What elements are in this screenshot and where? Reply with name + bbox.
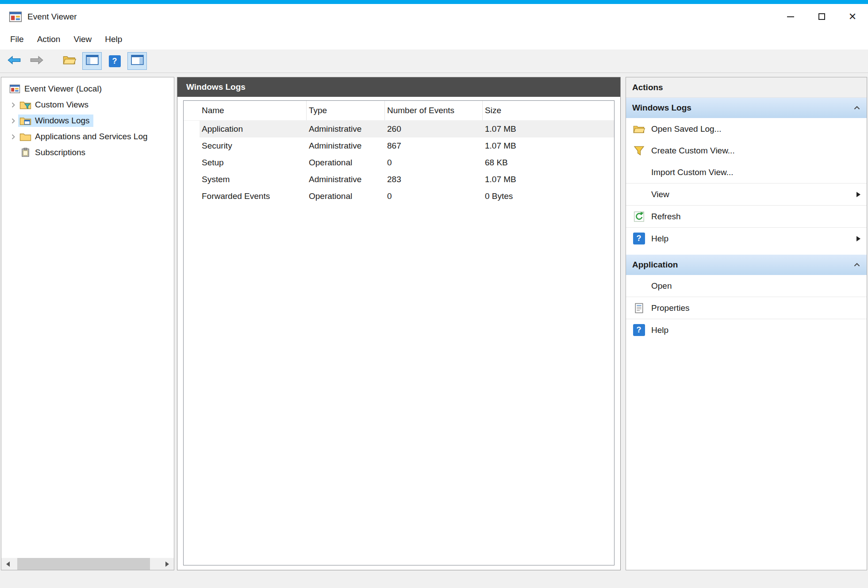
expand-chevron-icon[interactable] bbox=[11, 102, 18, 108]
scroll-left-button[interactable] bbox=[1, 558, 15, 570]
action-label: View bbox=[651, 190, 669, 199]
cell-name: Forwarded Events bbox=[200, 191, 307, 201]
minimize-button[interactable] bbox=[775, 4, 806, 29]
log-row-setup[interactable]: Setup Operational 0 68 KB bbox=[200, 154, 614, 171]
back-button[interactable] bbox=[4, 52, 24, 70]
actions-section-header-windows-logs[interactable]: Windows Logs bbox=[626, 98, 867, 118]
column-header-size[interactable]: Size bbox=[483, 101, 614, 120]
action-help-submenu[interactable]: Help bbox=[626, 228, 867, 249]
section-header-label: Windows Logs bbox=[632, 103, 691, 113]
log-row-application[interactable]: Application Administrative 260 1.07 MB bbox=[200, 121, 614, 137]
menu-bar: File Action View Help bbox=[0, 29, 868, 50]
show-hide-action-pane-button[interactable] bbox=[127, 52, 147, 70]
action-open-saved-log[interactable]: Open Saved Log... bbox=[626, 118, 867, 140]
folder-icon bbox=[19, 132, 31, 141]
action-label: Help bbox=[651, 325, 668, 335]
collapse-caret-icon bbox=[853, 263, 860, 267]
cell-events: 0 bbox=[385, 191, 483, 201]
action-help[interactable]: Help bbox=[626, 319, 867, 341]
log-row-forwarded-events[interactable]: Forwarded Events Operational 0 0 Bytes bbox=[200, 188, 614, 205]
maximize-button[interactable] bbox=[806, 4, 837, 29]
action-import-custom-view[interactable]: Import Custom View... bbox=[626, 161, 867, 183]
forward-button[interactable] bbox=[27, 52, 46, 70]
action-label: Import Custom View... bbox=[651, 168, 734, 177]
properties-icon bbox=[631, 302, 646, 314]
cell-size: 1.07 MB bbox=[483, 175, 614, 184]
subscriptions-icon bbox=[19, 148, 31, 157]
action-refresh[interactable]: Refresh bbox=[626, 206, 867, 227]
log-row-security[interactable]: Security Administrative 867 1.07 MB bbox=[200, 137, 614, 154]
back-arrow-icon bbox=[8, 56, 21, 67]
open-saved-log-button[interactable] bbox=[60, 52, 79, 70]
open-folder-icon bbox=[63, 55, 76, 67]
cell-events: 260 bbox=[385, 124, 483, 134]
menu-help[interactable]: Help bbox=[98, 29, 129, 50]
section-header-label: Application bbox=[632, 260, 678, 270]
actions-title: Actions bbox=[626, 77, 867, 98]
cell-name: Application bbox=[200, 124, 307, 134]
open-folder-icon bbox=[631, 123, 646, 135]
close-button[interactable]: ✕ bbox=[837, 4, 868, 29]
title-bar: Event Viewer ✕ bbox=[0, 4, 868, 29]
expand-chevron-icon[interactable] bbox=[11, 118, 18, 124]
log-row-system[interactable]: System Administrative 283 1.07 MB bbox=[200, 171, 614, 188]
cell-size: 68 KB bbox=[483, 158, 614, 168]
refresh-icon bbox=[631, 210, 646, 223]
tree-item-custom-views[interactable]: Custom Views bbox=[1, 97, 174, 113]
action-properties[interactable]: Properties bbox=[626, 297, 867, 319]
windows-logs-folder-icon bbox=[19, 116, 31, 126]
custom-views-folder-icon bbox=[19, 100, 31, 110]
help-icon bbox=[633, 324, 645, 336]
scrollbar-thumb[interactable] bbox=[17, 558, 150, 570]
console-tree-panel: Event Viewer (Local) Custom Views bbox=[1, 77, 174, 570]
menu-file[interactable]: File bbox=[4, 29, 31, 50]
column-header-name[interactable]: Name bbox=[200, 101, 307, 120]
action-view-submenu[interactable]: View bbox=[626, 183, 867, 205]
event-viewer-window: Event Viewer ✕ File Action View Help bbox=[0, 0, 868, 588]
help-icon bbox=[109, 55, 121, 67]
menu-action[interactable]: Action bbox=[31, 29, 67, 50]
expand-chevron-icon[interactable] bbox=[11, 134, 18, 140]
event-viewer-root-icon bbox=[9, 84, 21, 94]
window-title: Event Viewer bbox=[27, 12, 77, 22]
action-create-custom-view[interactable]: Create Custom View... bbox=[626, 140, 867, 161]
cell-size: 1.07 MB bbox=[483, 124, 614, 134]
cell-type: Operational bbox=[307, 158, 385, 168]
cell-name: System bbox=[200, 175, 307, 184]
action-pane-icon bbox=[131, 55, 144, 67]
help-icon bbox=[633, 233, 645, 244]
forward-arrow-icon bbox=[30, 56, 43, 67]
tree-selection-highlight: Windows Logs bbox=[18, 115, 93, 127]
menu-view[interactable]: View bbox=[67, 29, 98, 50]
toolbar bbox=[0, 50, 868, 73]
cell-size: 0 Bytes bbox=[483, 191, 614, 201]
cell-name: Security bbox=[200, 141, 307, 151]
results-header: Windows Logs bbox=[177, 77, 620, 97]
action-label: Open Saved Log... bbox=[651, 124, 721, 134]
tree-item-label: Custom Views bbox=[35, 100, 88, 110]
tree-item-applications-services-logs[interactable]: Applications and Services Log bbox=[1, 129, 174, 145]
cell-type: Administrative bbox=[307, 175, 385, 184]
horizontal-scrollbar[interactable] bbox=[1, 558, 174, 570]
tree-item-label: Event Viewer (Local) bbox=[24, 84, 102, 94]
tree-item-label: Windows Logs bbox=[35, 116, 90, 126]
help-button[interactable] bbox=[105, 52, 124, 70]
action-label: Create Custom View... bbox=[651, 146, 735, 156]
filter-icon bbox=[631, 145, 646, 157]
console-tree-icon bbox=[86, 55, 99, 67]
cell-size: 1.07 MB bbox=[483, 141, 614, 151]
actions-section-header-application[interactable]: Application bbox=[626, 255, 867, 275]
tree-item-subscriptions[interactable]: Subscriptions bbox=[1, 145, 174, 160]
scroll-left-icon bbox=[6, 561, 10, 567]
tree-item-event-viewer-local[interactable]: Event Viewer (Local) bbox=[1, 81, 174, 97]
scroll-right-button[interactable] bbox=[161, 558, 174, 570]
show-hide-console-tree-button[interactable] bbox=[82, 52, 102, 70]
tree-item-label: Applications and Services Log bbox=[35, 132, 148, 141]
cell-events: 867 bbox=[385, 141, 483, 151]
action-open[interactable]: Open bbox=[626, 275, 867, 297]
submenu-arrow-icon bbox=[856, 236, 860, 241]
tree-item-windows-logs[interactable]: Windows Logs bbox=[1, 113, 174, 129]
column-header-number-of-events[interactable]: Number of Events bbox=[385, 101, 483, 120]
results-header-title: Windows Logs bbox=[186, 82, 246, 92]
column-header-type[interactable]: Type bbox=[307, 101, 385, 120]
